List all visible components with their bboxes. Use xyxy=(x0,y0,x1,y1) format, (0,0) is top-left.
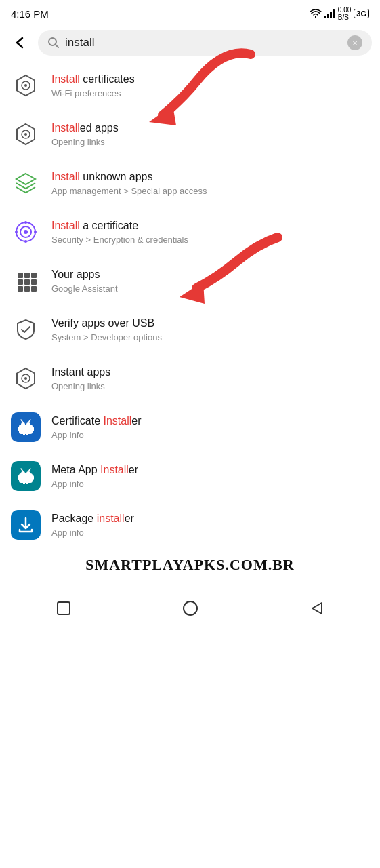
svg-point-53 xyxy=(184,601,197,615)
item-title: Install certificates xyxy=(51,73,369,87)
item-subtitle: App info xyxy=(51,479,369,489)
svg-rect-3 xyxy=(327,14,329,18)
svg-rect-47 xyxy=(32,475,34,480)
item-subtitle: Wi-Fi preferences xyxy=(51,88,369,98)
svg-rect-39 xyxy=(23,433,25,435)
svg-point-44 xyxy=(21,471,25,475)
hex-icon xyxy=(14,73,38,98)
your-apps-icon xyxy=(11,266,41,296)
svg-point-35 xyxy=(21,422,25,427)
shield-icon xyxy=(14,317,38,342)
svg-rect-40 xyxy=(26,433,28,435)
item-subtitle: Security > Encryption & credentials xyxy=(51,235,369,245)
nav-back-button[interactable] xyxy=(302,593,332,623)
item-subtitle: Opening links xyxy=(51,137,369,147)
svg-line-42 xyxy=(28,420,30,422)
svg-rect-28 xyxy=(18,286,23,292)
svg-marker-54 xyxy=(312,603,322,614)
meta-app-installer-app-icon xyxy=(11,461,41,491)
list-item[interactable]: Installed apps Opening links xyxy=(0,110,380,159)
svg-point-17 xyxy=(24,230,28,234)
data-speed: 0.00B/S xyxy=(338,6,351,21)
svg-rect-24 xyxy=(31,273,37,278)
search-input-wrap[interactable]: install × xyxy=(38,30,372,56)
package-installer-app-icon xyxy=(11,510,41,540)
item-subtitle: App info xyxy=(51,430,369,440)
search-icon xyxy=(47,37,60,49)
install-unknown-apps-icon xyxy=(11,168,41,198)
status-icons: 0.00B/S 3G xyxy=(310,6,369,21)
clear-search-button[interactable]: × xyxy=(347,35,362,50)
svg-point-33 xyxy=(24,377,27,380)
back-button[interactable] xyxy=(8,31,33,55)
app-icon-meta xyxy=(11,461,41,491)
svg-line-7 xyxy=(56,45,59,48)
install-certificates-text: Install certificates Wi-Fi preferences xyxy=(51,73,369,98)
item-title: Install a certificate xyxy=(51,219,369,233)
nav-square-icon xyxy=(56,600,72,616)
svg-point-18 xyxy=(24,221,27,224)
verify-apps-usb-text: Verify apps over USB System > Developer … xyxy=(51,317,369,342)
svg-rect-2 xyxy=(324,16,326,18)
svg-rect-52 xyxy=(58,602,70,614)
install-certificate-text: Install a certificate Security > Encrypt… xyxy=(51,219,369,245)
nav-bar xyxy=(0,585,380,637)
item-title: Meta App Installer xyxy=(51,463,369,477)
list-item[interactable]: Your apps Google Assistant xyxy=(0,256,380,305)
instant-apps-icon xyxy=(11,363,41,393)
battery-indicator: 3G xyxy=(354,9,369,18)
watermark: Smartplayapks.com.br xyxy=(0,549,380,585)
certificate-installer-text: Certificate Installer App info xyxy=(51,414,369,440)
grid-icon xyxy=(14,269,38,293)
item-title: Your apps xyxy=(51,268,369,282)
list-item[interactable]: Install certificates Wi-Fi preferences xyxy=(0,61,380,110)
instant-apps-text: Instant apps Opening links xyxy=(51,366,369,391)
list-item[interactable]: Instant apps Opening links xyxy=(0,354,380,403)
wifi-icon xyxy=(310,9,322,18)
svg-rect-4 xyxy=(330,12,332,18)
app-icon-cert xyxy=(11,412,41,442)
svg-rect-29 xyxy=(24,286,30,292)
svg-rect-49 xyxy=(26,481,28,484)
list-item[interactable]: Package installer App info xyxy=(0,500,380,549)
list-item[interactable]: Certificate Installer App info xyxy=(0,403,380,452)
purple-circle-icon xyxy=(14,220,38,244)
android-icon xyxy=(16,467,35,486)
svg-point-19 xyxy=(24,240,27,243)
meta-app-installer-text: Meta App Installer App info xyxy=(51,463,369,489)
item-title: Verify apps over USB xyxy=(51,317,369,331)
item-subtitle: App management > Special app access xyxy=(51,186,369,196)
item-title: Install unknown apps xyxy=(51,170,369,184)
svg-rect-43 xyxy=(19,473,33,483)
item-subtitle: Google Assistant xyxy=(51,283,369,294)
install-certificates-icon xyxy=(11,71,41,100)
status-time: 4:16 PM xyxy=(11,8,49,20)
svg-point-45 xyxy=(26,471,30,475)
item-title: Installed apps xyxy=(51,121,369,136)
nav-circle-icon xyxy=(182,600,198,616)
list-item[interactable]: Install unknown apps App management > Sp… xyxy=(0,159,380,208)
install-certificate-icon xyxy=(11,217,41,247)
search-query-text: install xyxy=(65,36,342,50)
svg-rect-22 xyxy=(18,273,23,278)
svg-rect-48 xyxy=(23,481,25,484)
item-title: Instant apps xyxy=(51,366,369,380)
svg-line-51 xyxy=(28,469,30,471)
svg-line-41 xyxy=(21,420,23,422)
certificate-installer-app-icon xyxy=(11,412,41,442)
svg-point-36 xyxy=(26,422,30,427)
list-item[interactable]: Verify apps over USB System > Developer … xyxy=(0,305,380,354)
list-item[interactable]: Meta App Installer App info xyxy=(0,452,380,500)
layers-icon xyxy=(14,171,38,195)
nav-square-button[interactable] xyxy=(49,593,79,623)
back-arrow-icon xyxy=(13,35,28,50)
android-icon xyxy=(16,418,35,437)
svg-rect-38 xyxy=(32,427,34,431)
nav-home-button[interactable] xyxy=(175,593,205,623)
svg-point-21 xyxy=(34,231,37,233)
list-item[interactable]: Install a certificate Security > Encrypt… xyxy=(0,208,380,256)
item-subtitle: System > Developer options xyxy=(51,332,369,342)
search-bar-row: install × xyxy=(0,24,380,61)
installed-apps-icon xyxy=(11,119,41,149)
item-title: Certificate Installer xyxy=(51,414,369,429)
